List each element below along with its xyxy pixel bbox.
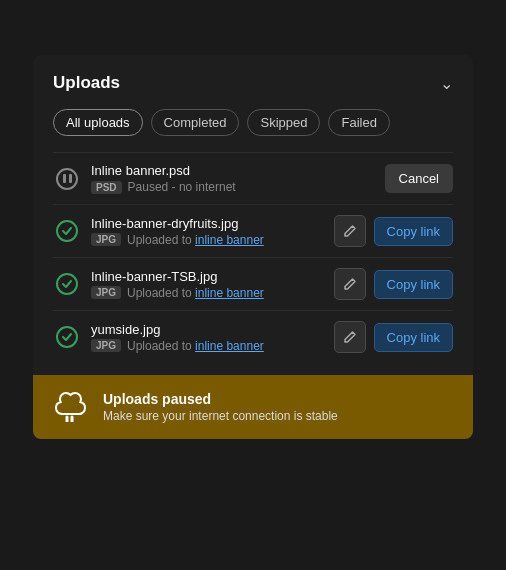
edit-button-4[interactable] <box>334 321 366 353</box>
cancel-button-1[interactable]: Cancel <box>385 164 453 193</box>
upload-actions-1: Cancel <box>385 164 453 193</box>
upload-name-2: Inline-banner-dryfruits.jpg <box>91 216 334 231</box>
upload-item-4: yumside.jpg JPG Uploaded to inline banne… <box>53 310 453 363</box>
copy-link-button-3[interactable]: Copy link <box>374 270 453 299</box>
upload-actions-4: Copy link <box>334 321 453 353</box>
panel-header: Uploads ⌄ <box>33 55 473 109</box>
notification-title: Uploads paused <box>103 391 338 407</box>
pause-bar-2 <box>69 174 72 183</box>
upload-info-4: yumside.jpg JPG Uploaded to inline banne… <box>91 322 334 353</box>
filter-tab-completed[interactable]: Completed <box>151 109 240 136</box>
chevron-down-icon[interactable]: ⌄ <box>440 74 453 93</box>
check-icon-wrap-4 <box>53 323 81 351</box>
upload-item-3: Inline-banner-TSB.jpg JPG Uploaded to in… <box>53 257 453 310</box>
pause-bar-1 <box>63 174 66 183</box>
cloud-icon-wrap <box>53 389 89 425</box>
upload-meta-4: JPG Uploaded to inline banner <box>91 339 334 353</box>
copy-link-button-4[interactable]: Copy link <box>374 323 453 352</box>
upload-info-1: Inline banner.psd PSD Paused - no intern… <box>91 163 385 194</box>
check-icon-3 <box>56 273 78 295</box>
upload-info-3: Inline-banner-TSB.jpg JPG Uploaded to in… <box>91 269 334 300</box>
upload-status-2: Uploaded to inline banner <box>127 233 264 247</box>
upload-status-3: Uploaded to inline banner <box>127 286 264 300</box>
edit-icon-3 <box>343 277 357 291</box>
checkmark-svg-2 <box>61 225 73 237</box>
copy-link-button-2[interactable]: Copy link <box>374 217 453 246</box>
upload-info-2: Inline-banner-dryfruits.jpg JPG Uploaded… <box>91 216 334 247</box>
upload-actions-3: Copy link <box>334 268 453 300</box>
filter-tab-failed[interactable]: Failed <box>328 109 389 136</box>
checkmark-svg-3 <box>61 278 73 290</box>
edit-button-2[interactable] <box>334 215 366 247</box>
filter-tab-skipped[interactable]: Skipped <box>247 109 320 136</box>
edit-button-3[interactable] <box>334 268 366 300</box>
notification-text: Uploads paused Make sure your internet c… <box>103 391 338 423</box>
notification-bar: Uploads paused Make sure your internet c… <box>33 375 473 439</box>
edit-icon-4 <box>343 330 357 344</box>
upload-actions-2: Copy link <box>334 215 453 247</box>
checkmark-svg-4 <box>61 331 73 343</box>
notification-subtitle: Make sure your internet connection is st… <box>103 409 338 423</box>
upload-meta-2: JPG Uploaded to inline banner <box>91 233 334 247</box>
file-type-badge-2: JPG <box>91 233 121 246</box>
upload-status-4: Uploaded to inline banner <box>127 339 264 353</box>
upload-status-1: Paused - no internet <box>128 180 236 194</box>
uploads-list: Inline banner.psd PSD Paused - no intern… <box>33 152 473 363</box>
file-type-badge-4: JPG <box>91 339 121 352</box>
panel-title: Uploads <box>53 73 120 93</box>
check-icon-wrap-2 <box>53 217 81 245</box>
pause-icon <box>56 168 78 190</box>
upload-link-2[interactable]: inline banner <box>195 233 264 247</box>
filter-tab-all[interactable]: All uploads <box>53 109 143 136</box>
upload-name-4: yumside.jpg <box>91 322 334 337</box>
upload-item-1: Inline banner.psd PSD Paused - no intern… <box>53 152 453 204</box>
check-icon-2 <box>56 220 78 242</box>
upload-name-1: Inline banner.psd <box>91 163 385 178</box>
pause-icon-wrap <box>53 165 81 193</box>
upload-name-3: Inline-banner-TSB.jpg <box>91 269 334 284</box>
cloud-paused-icon <box>53 392 89 422</box>
upload-link-3[interactable]: inline banner <box>195 286 264 300</box>
upload-link-4[interactable]: inline banner <box>195 339 264 353</box>
check-icon-4 <box>56 326 78 348</box>
upload-meta-1: PSD Paused - no internet <box>91 180 385 194</box>
upload-meta-3: JPG Uploaded to inline banner <box>91 286 334 300</box>
file-type-badge-1: PSD <box>91 181 122 194</box>
filter-tabs: All uploads Completed Skipped Failed <box>33 109 473 152</box>
check-icon-wrap-3 <box>53 270 81 298</box>
upload-item-2: Inline-banner-dryfruits.jpg JPG Uploaded… <box>53 204 453 257</box>
edit-icon-2 <box>343 224 357 238</box>
uploads-panel: Uploads ⌄ All uploads Completed Skipped … <box>33 55 473 439</box>
file-type-badge-3: JPG <box>91 286 121 299</box>
